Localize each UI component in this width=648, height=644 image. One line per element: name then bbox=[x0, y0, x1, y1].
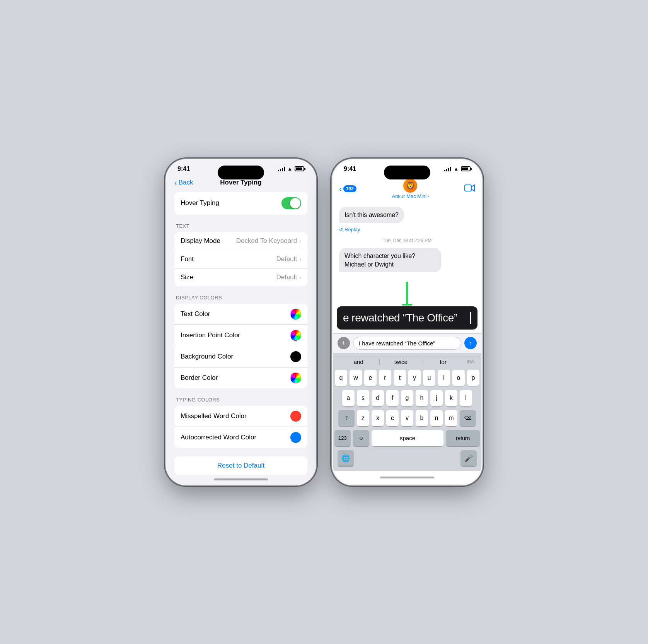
autocorrected-word-label: Autocorrected Word Color bbox=[181, 434, 256, 441]
misspelled-word-color-row[interactable]: Misspelled Word Color bbox=[174, 406, 307, 427]
key-c[interactable]: c bbox=[386, 410, 399, 426]
battery-icon-left bbox=[295, 166, 304, 171]
svg-rect-0 bbox=[465, 185, 471, 191]
key-i[interactable]: i bbox=[438, 370, 450, 386]
key-j[interactable]: j bbox=[430, 390, 443, 406]
globe-key[interactable]: 🌐 bbox=[338, 450, 354, 466]
key-t[interactable]: t bbox=[394, 370, 406, 386]
home-indicator-left bbox=[167, 475, 315, 484]
wifi-icon-right: ▲ bbox=[454, 166, 459, 172]
dynamic-island-left bbox=[218, 166, 264, 179]
hover-typing-section: Hover Typing bbox=[174, 192, 307, 215]
message-timestamp: Tue, Dec 10 at 2:26 PM bbox=[339, 236, 475, 245]
key-y[interactable]: y bbox=[408, 370, 421, 386]
key-d[interactable]: d bbox=[372, 390, 384, 406]
suggestion-1[interactable]: and bbox=[338, 359, 379, 365]
display-mode-value: Docked To Keyboard › bbox=[236, 237, 301, 245]
font-value: Default › bbox=[276, 255, 301, 263]
keyboard-row-2: a s d f g h j k l bbox=[334, 390, 480, 406]
key-k[interactable]: k bbox=[445, 390, 457, 406]
key-f[interactable]: f bbox=[386, 390, 399, 406]
display-colors-header: DISPLAY COLORS bbox=[174, 295, 307, 304]
key-s[interactable]: s bbox=[357, 390, 369, 406]
background-color-row[interactable]: Background Color bbox=[174, 346, 307, 367]
keyboard-suggestions: and twice for ⊞A bbox=[334, 356, 480, 367]
message-input-text: I have rewatched “The Office” bbox=[359, 340, 435, 347]
emoji-key[interactable]: ☺ bbox=[353, 430, 369, 446]
right-phone: 9:41 ▲ ‹ 192 bbox=[332, 159, 483, 485]
text-color-row[interactable]: Text Color bbox=[174, 304, 307, 325]
add-attachment-button[interactable]: + bbox=[338, 337, 350, 349]
hover-typing-toggle[interactable] bbox=[281, 197, 301, 209]
hover-typing-label: Hover Typing bbox=[181, 199, 219, 207]
hover-typing-text: e rewatched “The Office” bbox=[343, 312, 469, 324]
messages-contact[interactable]: 🦁 Ankur Mac Mini › bbox=[392, 179, 429, 199]
background-color-label: Background Color bbox=[181, 353, 233, 360]
number-key[interactable]: 123 bbox=[334, 430, 351, 446]
mic-key[interactable]: 🎤 bbox=[460, 450, 477, 466]
status-icons-right: ▲ bbox=[444, 166, 471, 172]
contact-avatar: 🦁 bbox=[403, 179, 417, 193]
key-b[interactable]: b bbox=[416, 410, 428, 426]
shift-key[interactable]: ⇧ bbox=[338, 410, 355, 426]
text-color-label: Text Color bbox=[181, 310, 210, 318]
display-mode-label: Display Mode bbox=[181, 237, 220, 245]
replay-button[interactable]: ↺ Replay bbox=[339, 226, 475, 233]
delete-key[interactable]: ⌫ bbox=[460, 410, 476, 426]
key-a[interactable]: a bbox=[342, 390, 355, 406]
key-g[interactable]: g bbox=[401, 390, 413, 406]
autocorrected-word-color-row[interactable]: Autocorrected Word Color bbox=[174, 427, 307, 448]
text-color-circle bbox=[290, 309, 301, 319]
key-r[interactable]: r bbox=[379, 370, 391, 386]
border-color-circle bbox=[290, 372, 301, 383]
time-left: 9:41 bbox=[177, 166, 190, 173]
key-v[interactable]: v bbox=[401, 410, 413, 426]
message-count-badge: 192 bbox=[343, 185, 356, 192]
suggestion-3[interactable]: for bbox=[422, 359, 464, 365]
key-n[interactable]: n bbox=[430, 410, 443, 426]
chevron-icon: › bbox=[299, 256, 301, 262]
key-l[interactable]: l bbox=[460, 390, 472, 406]
reset-to-default-button[interactable]: Reset to Default bbox=[174, 456, 307, 475]
status-icons-left: ▲ bbox=[278, 166, 304, 172]
back-button[interactable]: ‹ Back bbox=[174, 179, 193, 186]
video-call-button[interactable] bbox=[464, 184, 475, 194]
autocorrected-color-circle bbox=[290, 432, 301, 443]
contact-emoji: 🦁 bbox=[406, 181, 415, 190]
home-indicator-right bbox=[333, 471, 481, 484]
insertion-point-color-row[interactable]: Insertion Point Color bbox=[174, 325, 307, 346]
time-right: 9:41 bbox=[344, 166, 356, 173]
signal-icon-right bbox=[444, 167, 451, 171]
key-e[interactable]: e bbox=[364, 370, 377, 386]
message-bubble-1: Isn't this awesome? bbox=[339, 207, 404, 223]
send-button[interactable]: ↑ bbox=[464, 337, 477, 349]
key-o[interactable]: o bbox=[452, 370, 465, 386]
key-q[interactable]: q bbox=[335, 370, 347, 386]
suggestion-2[interactable]: twice bbox=[379, 359, 422, 365]
list-row-font[interactable]: Font Default › bbox=[174, 250, 307, 268]
space-key[interactable]: space bbox=[372, 430, 443, 446]
key-h[interactable]: h bbox=[416, 390, 428, 406]
key-p[interactable]: p bbox=[467, 370, 479, 386]
keyboard-row-1: q w e r t y u i o p bbox=[334, 370, 480, 386]
list-row-display-mode[interactable]: Display Mode Docked To Keyboard › bbox=[174, 232, 307, 250]
key-m[interactable]: m bbox=[445, 410, 457, 426]
border-color-row[interactable]: Border Color bbox=[174, 367, 307, 388]
return-key[interactable]: return bbox=[446, 430, 480, 446]
key-x[interactable]: x bbox=[372, 410, 384, 426]
border-color-label: Border Color bbox=[181, 374, 218, 382]
key-z[interactable]: z bbox=[357, 410, 369, 426]
messages-nav: ‹ 192 🦁 Ankur Mac Mini › bbox=[333, 176, 481, 203]
suggestion-format[interactable]: ⊞A bbox=[464, 359, 477, 365]
left-phone: 9:41 ▲ ‹ Bac bbox=[165, 159, 316, 485]
key-u[interactable]: u bbox=[423, 370, 435, 386]
font-label: Font bbox=[181, 255, 194, 263]
contact-name: Ankur Mac Mini › bbox=[392, 193, 429, 199]
key-w[interactable]: w bbox=[350, 370, 362, 386]
cursor-icon bbox=[470, 312, 471, 324]
messages-back-button[interactable]: ‹ 192 bbox=[339, 185, 356, 193]
list-row-size[interactable]: Size Default › bbox=[174, 268, 307, 286]
message-input[interactable]: I have rewatched “The Office” bbox=[353, 337, 461, 350]
wifi-icon-left: ▲ bbox=[287, 166, 292, 172]
reset-section: Reset to Default bbox=[174, 456, 307, 475]
